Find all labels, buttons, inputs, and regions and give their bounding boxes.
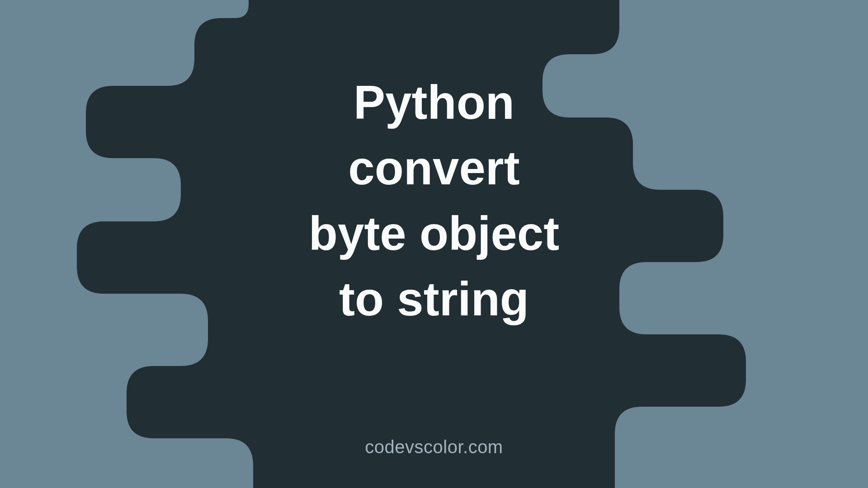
graphic-stage: Python convert byte object to string cod… — [0, 0, 868, 488]
title-line-1: Python — [0, 70, 868, 136]
graphic-title: Python convert byte object to string — [0, 70, 868, 332]
title-line-2: convert — [0, 136, 868, 201]
title-line-3: byte object — [0, 201, 868, 267]
watermark-text: codevscolor.com — [0, 437, 868, 457]
title-line-4: to string — [0, 267, 868, 332]
